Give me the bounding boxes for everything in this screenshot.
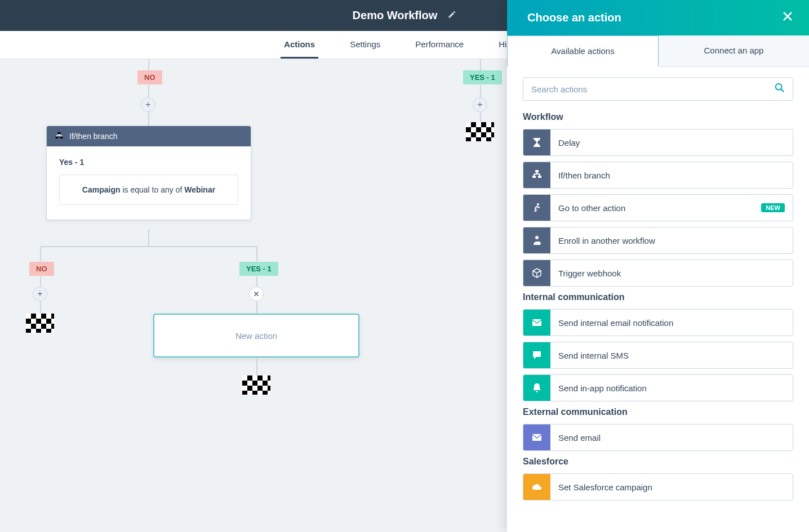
action-label: Send email	[550, 433, 793, 442]
branch-label-no-bottom: NO	[29, 262, 54, 276]
panel-body: WorkflowDelayIf/then branchGo to other a…	[507, 67, 809, 532]
end-flag-icon	[242, 375, 270, 395]
connector	[148, 229, 149, 246]
connector	[480, 59, 481, 70]
branch-label-no-top: NO	[137, 70, 162, 84]
action-item[interactable]: Send email	[523, 424, 793, 451]
section-title: Salesforce	[523, 457, 793, 467]
branch-icon	[523, 162, 550, 188]
branch-label-yes-bottom: YES - 1	[239, 262, 278, 276]
workflow-canvas[interactable]: NO YES - 1 + + If/then branch Yes - 1 Ca…	[0, 59, 507, 532]
section-title: Internal communication	[523, 292, 793, 302]
cube-icon	[523, 260, 550, 286]
edit-title-icon[interactable]	[447, 9, 456, 22]
connector	[40, 301, 41, 314]
action-label: Send internal SMS	[550, 351, 793, 360]
connector	[40, 246, 41, 262]
action-item[interactable]: Go to other actionNEW	[523, 194, 793, 221]
panel-header: Choose an action	[507, 0, 809, 35]
branch-card-title: If/then branch	[69, 132, 118, 141]
tab-performance[interactable]: Performance	[412, 31, 467, 59]
action-item[interactable]: Send in-app notification	[523, 374, 793, 401]
action-label: Send in-app notification	[550, 383, 793, 393]
action-label: Send internal email notification	[550, 318, 793, 328]
branch-condition: Campaign is equal to any of Webinar	[59, 175, 238, 205]
search-icon	[775, 83, 785, 95]
connector	[256, 276, 257, 287]
action-label: Enroll in another workflow	[550, 236, 793, 245]
connector	[40, 276, 41, 287]
action-item[interactable]: Send internal email notification	[523, 309, 793, 336]
section-title: External communication	[523, 407, 793, 417]
add-action-button[interactable]: +	[33, 287, 47, 301]
end-flag-icon	[26, 314, 54, 333]
walk-icon	[523, 195, 550, 221]
bell-icon	[523, 375, 550, 401]
workflow-title: Demo Workflow	[353, 9, 438, 22]
connector	[256, 357, 257, 375]
connector	[480, 112, 481, 122]
connector	[40, 246, 257, 247]
tab-settings[interactable]: Settings	[346, 31, 384, 59]
cloud-icon	[523, 474, 550, 500]
search-box[interactable]	[523, 77, 793, 101]
section-title: Workflow	[523, 112, 793, 122]
connector	[148, 112, 149, 126]
add-action-button[interactable]: +	[473, 97, 487, 112]
svg-point-11	[776, 84, 782, 90]
mail-icon	[523, 424, 550, 450]
remove-action-button[interactable]	[249, 287, 264, 301]
branch-inner-label: Yes - 1	[59, 158, 238, 167]
action-panel: Choose an action Available actions Conne…	[507, 0, 809, 532]
action-label: Go to other action	[550, 203, 761, 213]
add-action-button[interactable]: +	[141, 97, 155, 112]
action-item[interactable]: Enroll in another workflow	[523, 227, 793, 254]
connector	[256, 301, 257, 314]
end-flag-icon	[466, 122, 494, 141]
new-badge: NEW	[761, 203, 785, 212]
branch-label-yes-top: YES - 1	[463, 70, 502, 84]
connector	[148, 85, 149, 97]
action-label: Trigger webhook	[550, 269, 793, 278]
action-item[interactable]: Trigger webhook	[523, 260, 793, 287]
connector	[148, 59, 149, 70]
action-item[interactable]: Set Salesforce campaign	[523, 473, 793, 500]
panel-tab-connect[interactable]: Connect an app	[659, 35, 809, 66]
condition-field: Campaign	[82, 185, 121, 194]
connector	[480, 85, 481, 97]
action-item[interactable]: Send internal SMS	[523, 342, 793, 369]
close-panel-button[interactable]	[782, 11, 793, 25]
action-label: Delay	[550, 138, 793, 147]
tab-actions[interactable]: Actions	[281, 31, 318, 59]
branch-icon	[55, 132, 64, 141]
search-input[interactable]	[531, 84, 775, 94]
action-item[interactable]: Delay	[523, 129, 793, 156]
panel-title: Choose an action	[527, 11, 621, 24]
sms-icon	[523, 342, 550, 368]
mail-icon	[523, 310, 550, 336]
branch-card[interactable]: If/then branch Yes - 1 Campaign is equal…	[46, 126, 251, 220]
hourglass-icon	[523, 129, 550, 155]
panel-tabs: Available actions Connect an app	[507, 35, 809, 67]
action-label: Set Salesforce campaign	[550, 482, 793, 492]
action-label: If/then branch	[550, 171, 793, 180]
condition-value: Webinar	[184, 185, 215, 194]
new-action-label: New action	[235, 331, 277, 341]
enroll-icon	[523, 227, 550, 253]
condition-operator: is equal to any of	[121, 185, 185, 194]
branch-card-header: If/then branch	[47, 126, 251, 146]
connector	[256, 246, 257, 262]
new-action-placeholder[interactable]: New action	[153, 314, 359, 357]
action-item[interactable]: If/then branch	[523, 162, 793, 189]
panel-tab-available[interactable]: Available actions	[507, 35, 659, 67]
